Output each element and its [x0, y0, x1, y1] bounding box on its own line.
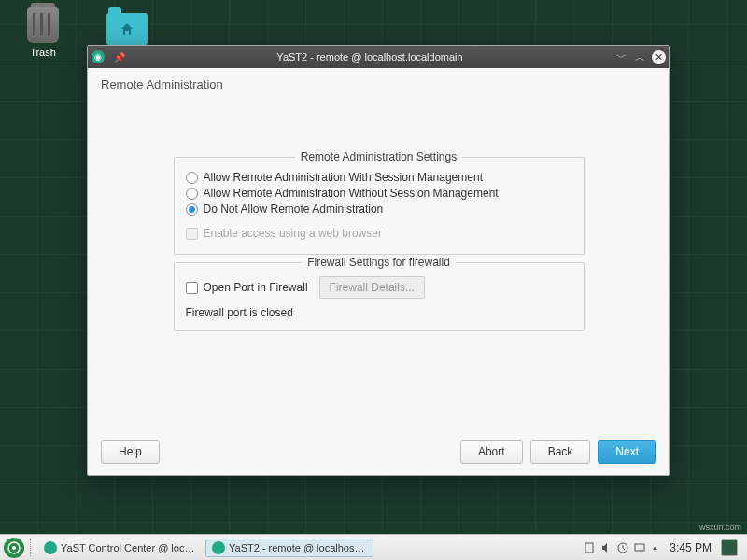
- separator: [30, 539, 35, 556]
- radio-do-not-allow[interactable]: Do Not Allow Remote Administration: [186, 203, 572, 216]
- checkbox-label: Open Port in Firewall: [204, 281, 308, 294]
- wizard-footer: Help Abort Back Next: [101, 432, 656, 464]
- checkbox-open-port[interactable]: Open Port in Firewall: [186, 281, 308, 294]
- watermark: wsxun.com: [699, 523, 741, 532]
- app-icon: [44, 541, 57, 554]
- remote-admin-group: Remote Administration Settings Allow Rem…: [174, 157, 585, 255]
- network-icon[interactable]: [634, 542, 645, 553]
- radio-icon: [186, 188, 198, 200]
- svg-rect-4: [635, 544, 644, 551]
- firewall-details-button: Firewall Details...: [319, 276, 425, 299]
- svg-point-1: [12, 546, 16, 550]
- radio-with-session-mgmt[interactable]: Allow Remote Administration With Session…: [186, 171, 572, 184]
- clock[interactable]: 3:45 PM: [669, 541, 712, 554]
- radio-without-session-mgmt[interactable]: Allow Remote Administration Without Sess…: [186, 187, 572, 200]
- updates-icon[interactable]: [617, 542, 628, 553]
- checkbox-label: Enable access using a web browser: [204, 227, 382, 240]
- app-icon: ◉: [92, 50, 105, 63]
- window-titlebar[interactable]: ◉ 📌 YaST2 - remote @ localhost.localdoma…: [88, 46, 669, 68]
- checkbox-icon: [186, 228, 198, 240]
- system-tray: ▲ 3:45 PM: [584, 539, 743, 556]
- close-icon[interactable]: ✕: [652, 50, 666, 64]
- window-content: Remote Administration Remote Administrat…: [88, 68, 669, 475]
- start-menu-button[interactable]: [4, 538, 24, 558]
- maximize-icon[interactable]: ︿: [633, 50, 646, 63]
- app-icon: [212, 541, 225, 554]
- firewall-status: Firewall port is closed: [186, 306, 572, 319]
- minimize-icon[interactable]: ﹀: [614, 50, 627, 63]
- svg-rect-2: [585, 543, 593, 553]
- trash-icon: [27, 7, 59, 43]
- group-title: Remote Administration Settings: [295, 150, 462, 163]
- folder-home-icon: [106, 13, 148, 45]
- taskbar-item-label: YaST Control Center @ localhost.lo...: [61, 542, 199, 553]
- help-button[interactable]: Help: [101, 440, 160, 464]
- checkbox-web-browser: Enable access using a web browser: [186, 227, 572, 240]
- abort-button[interactable]: Abort: [460, 440, 523, 464]
- clipboard-icon[interactable]: [584, 542, 595, 553]
- show-desktop-button[interactable]: [721, 539, 738, 556]
- chevron-up-icon[interactable]: ▲: [651, 543, 658, 552]
- radio-icon: [186, 172, 198, 184]
- pin-icon[interactable]: 📌: [114, 52, 125, 63]
- desktop-icon-trash[interactable]: Trash: [13, 7, 73, 58]
- radio-label: Do Not Allow Remote Administration: [204, 203, 384, 216]
- radio-label: Allow Remote Administration Without Sess…: [204, 187, 499, 200]
- radio-icon-selected: [186, 203, 198, 216]
- page-title: Remote Administration: [101, 77, 656, 91]
- firewall-group: Firewall Settings for firewalld Open Por…: [174, 262, 585, 331]
- taskbar-item-yast-remote[interactable]: YaST2 - remote @ localhost.locald...: [205, 539, 374, 557]
- group-title: Firewall Settings for firewalld: [302, 256, 456, 269]
- checkbox-icon: [186, 282, 198, 294]
- window-title: YaST2 - remote @ localhost.localdomain: [125, 51, 614, 63]
- desktop-icon-home[interactable]: [97, 7, 157, 49]
- taskbar: YaST Control Center @ localhost.lo... Ya…: [0, 534, 747, 560]
- next-button[interactable]: Next: [598, 440, 656, 464]
- volume-icon[interactable]: [600, 542, 612, 553]
- desktop-icon-label: Trash: [13, 47, 73, 58]
- taskbar-item-label: YaST2 - remote @ localhost.locald...: [229, 542, 367, 553]
- back-button[interactable]: Back: [530, 440, 591, 464]
- radio-label: Allow Remote Administration With Session…: [204, 171, 483, 184]
- yast-window: ◉ 📌 YaST2 - remote @ localhost.localdoma…: [87, 45, 670, 476]
- taskbar-item-yast-control[interactable]: YaST Control Center @ localhost.lo...: [37, 539, 205, 557]
